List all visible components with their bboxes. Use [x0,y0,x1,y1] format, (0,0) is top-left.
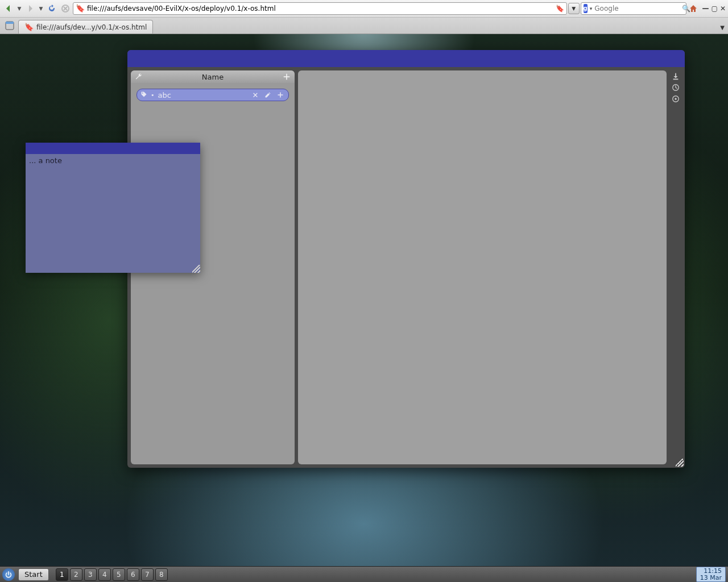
svg-point-3 [142,92,143,93]
search-engine-dropdown[interactable]: ▾ [590,6,593,11]
add-icon[interactable] [282,72,291,81]
taskbar: Start 12345678 11:15 13 Mar [0,566,728,582]
note-body[interactable]: ... a note [26,154,200,273]
forward-history-dropdown[interactable]: ▼ [38,6,44,11]
target-icon[interactable] [671,94,680,103]
app-window: Name • abc ✕ [127,50,685,468]
app-titlebar[interactable] [127,50,685,67]
clock-date: 13 Mar [700,575,722,581]
workspace-button-4[interactable]: 4 [98,568,111,581]
workspace-button-6[interactable]: 6 [127,568,139,581]
svg-rect-2 [6,22,14,24]
svg-point-6 [675,98,677,100]
clock-time: 11:15 [700,568,722,575]
back-button[interactable] [2,2,15,15]
tab-favicon-icon: 🔖 [24,23,34,31]
item-edit-icon[interactable] [263,90,272,99]
workspace-button-7[interactable]: 7 [141,568,154,581]
tabbar-app-icon[interactable] [3,19,16,32]
search-engine-icon[interactable]: g [584,4,588,13]
workspace-button-3[interactable]: 3 [84,568,97,581]
maximize-button[interactable]: ▢ [712,5,718,13]
home-button[interactable] [688,3,699,14]
favicon-icon: 🔖 [76,4,85,13]
bookmark-icon[interactable]: 🔖 [556,5,564,13]
bullet-icon: • [151,92,155,99]
right-sidebar [670,70,681,464]
search-input[interactable] [594,5,680,13]
right-panel [298,70,667,464]
url-bar[interactable]: 🔖 🔖 [73,2,567,15]
workspace-button-2[interactable]: 2 [70,568,82,581]
browser-toolbar: ▼ ▼ 🔖 🔖 ▼ g ▾ 🔍 — ▢ ✕ [0,0,728,18]
minimize-button[interactable]: — [702,5,709,13]
url-input[interactable] [87,5,553,13]
reload-button[interactable] [46,2,58,15]
download-icon[interactable] [671,72,680,81]
taskbar-clock[interactable]: 11:15 13 Mar [696,567,726,582]
start-label: Start [24,570,43,579]
tag-icon [140,91,147,99]
browser-chrome: ▼ ▼ 🔖 🔖 ▼ g ▾ 🔍 — ▢ ✕ [0,0,728,34]
workspace-button-8[interactable]: 8 [155,568,168,581]
tab-label: file:///aufs/dev...y/v0.1/x-os.html [36,23,147,31]
item-close-icon[interactable]: ✕ [251,90,260,99]
stop-button[interactable] [59,2,72,15]
close-button[interactable]: ✕ [720,5,726,13]
resize-handle[interactable] [676,459,684,467]
power-button[interactable] [2,568,15,581]
workspace-button-1[interactable]: 1 [56,568,68,581]
note-titlebar[interactable] [26,143,200,154]
forward-button[interactable] [24,2,36,15]
wrench-icon[interactable] [134,72,143,81]
panel-list: • abc ✕ [131,83,295,107]
start-button[interactable]: Start [18,568,49,581]
workspace-button-5[interactable]: 5 [113,568,125,581]
workspace-switcher: 12345678 [56,568,168,581]
clock-icon[interactable] [671,83,680,92]
note-resize-handle[interactable] [192,265,200,273]
search-bar[interactable]: g ▾ 🔍 [581,2,686,15]
note-text: ... a note [29,156,62,165]
tab-overflow-dropdown[interactable]: ▼ [720,24,725,31]
back-history-dropdown[interactable]: ▼ [16,6,23,11]
list-item-label: abc [158,91,171,99]
item-add-icon[interactable] [276,90,285,99]
url-history-dropdown[interactable]: ▼ [568,3,580,14]
left-panel-title: Name [143,73,282,81]
note-widget: ... a note [26,143,200,273]
browser-tabbar: 🔖 file:///aufs/dev...y/v0.1/x-os.html ▼ [0,18,728,34]
browser-tab[interactable]: 🔖 file:///aufs/dev...y/v0.1/x-os.html [18,20,153,34]
list-item[interactable]: • abc ✕ [136,89,289,101]
left-panel-header: Name [131,70,295,83]
